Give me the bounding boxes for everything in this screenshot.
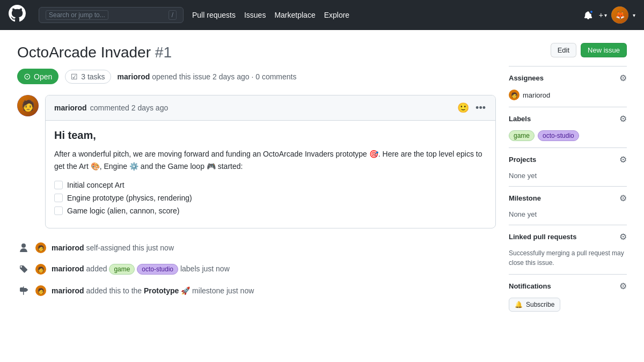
- task-label-1: Initial concept Art: [67, 181, 125, 189]
- issue-number: #1: [155, 44, 172, 61]
- linked-pr-text: Successfully merging a pull request may …: [509, 248, 627, 268]
- comment-header-right: 🙂 •••: [456, 101, 487, 115]
- milestone-header: Milestone ⚙: [509, 193, 627, 205]
- activity-item-1: 🧑 mariorod self-assigned this just now: [17, 237, 496, 258]
- comment-content: Hi team, After a wonderful pitch, we are…: [46, 121, 495, 228]
- navbar-marketplace[interactable]: Marketplace: [274, 11, 315, 19]
- comment-header-left: mariorod commented 2 days ago: [54, 104, 168, 112]
- navbar-issues[interactable]: Issues: [244, 11, 266, 19]
- new-issue-button[interactable]: New issue: [581, 43, 627, 57]
- plus-chevron: ▾: [604, 12, 607, 18]
- avatar-chevron: ▾: [633, 12, 635, 18]
- comment-header: mariorod commented 2 days ago 🙂 •••: [46, 95, 495, 121]
- create-button[interactable]: + ▾: [599, 11, 607, 19]
- emoji-button[interactable]: 🙂: [456, 101, 470, 115]
- activity-avatar-3: 🧑: [35, 285, 46, 296]
- projects-header: Projects ⚙: [509, 154, 627, 167]
- search-bar[interactable]: Search or jump to... /: [39, 7, 184, 23]
- assignee-avatar: 🧑: [509, 90, 519, 100]
- comment-box: 🧑 mariorod commented 2 days ago 🙂 ••: [17, 95, 496, 228]
- tag-icon: [17, 263, 30, 276]
- left-panel: OctoArcade Invader #1 ⊙ Open ☑ 3 tasks m…: [17, 43, 496, 349]
- task-item-3: Game logic (alien, cannon, score): [54, 206, 487, 215]
- user-avatar-button[interactable]: 🦊: [611, 6, 628, 24]
- top-actions: Edit New issue: [509, 43, 627, 57]
- notifications-label: Notifications: [509, 282, 551, 290]
- task-checkbox-2[interactable]: [54, 194, 63, 202]
- activity-item-3: 🧑 mariorod added this to the Prototype 🚀…: [17, 280, 496, 301]
- projects-label: Projects: [509, 156, 536, 164]
- user-avatar: 🦊: [611, 6, 628, 24]
- tasks-count: 3 tasks: [81, 72, 105, 81]
- plus-icon: +: [599, 11, 603, 19]
- projects-value: None yet: [509, 172, 537, 180]
- comment-body-text: After a wonderful pitch, we are moving f…: [54, 148, 487, 172]
- milestone-value: None yet: [509, 210, 537, 218]
- subscribe-button[interactable]: 🔔 Subscribe: [509, 298, 560, 312]
- commenter-avatar: 🧑: [17, 95, 39, 116]
- assignee-row: 🧑 mariorod: [509, 90, 627, 100]
- projects-gear[interactable]: ⚙: [619, 154, 627, 165]
- comment-body: mariorod commented 2 days ago 🙂 ••• Hi t…: [45, 95, 496, 228]
- more-options-button[interactable]: •••: [474, 101, 487, 115]
- activity-text-3: mariorod added this to the Prototype 🚀 m…: [52, 286, 254, 295]
- github-logo[interactable]: [9, 5, 26, 25]
- search-shortcut: /: [169, 10, 177, 20]
- comment-action-time: commented 2 days ago: [90, 104, 169, 112]
- activity-section: 🧑 mariorod self-assigned this just now 🧑…: [17, 237, 496, 301]
- notifications-section: Notifications ⚙ 🔔 Subscribe: [509, 274, 627, 318]
- linked-pr-section: Linked pull requests ⚙ Successfully merg…: [509, 225, 627, 274]
- label-octo-studio: octo-studio: [137, 264, 178, 275]
- sidebar-label-octo-studio: octo-studio: [538, 130, 579, 141]
- assignees-label: Assignees: [509, 74, 544, 82]
- navbar-pull-requests[interactable]: Pull requests: [192, 11, 236, 19]
- comment-heading: Hi team,: [54, 129, 487, 142]
- linked-pr-gear[interactable]: ⚙: [619, 232, 627, 242]
- person-icon: [17, 241, 30, 254]
- milestone-icon: [17, 284, 30, 297]
- issue-meta: ⊙ Open ☑ 3 tasks mariorod opened this is…: [17, 69, 496, 84]
- activity-avatar-2: 🧑: [35, 264, 46, 275]
- activity-text-1: mariorod self-assigned this just now: [52, 243, 174, 252]
- navbar: Search or jump to... / Pull requests Iss…: [0, 0, 644, 30]
- issue-title: OctoArcade Invader #1: [17, 43, 496, 62]
- linked-pr-header: Linked pull requests ⚙: [509, 232, 627, 244]
- notification-dot: [589, 10, 594, 14]
- main-content: OctoArcade Invader #1 ⊙ Open ☑ 3 tasks m…: [0, 30, 644, 362]
- activity-text-2: mariorod added game octo-studio labels j…: [52, 264, 230, 275]
- assignees-gear[interactable]: ⚙: [619, 73, 627, 83]
- assignees-section: Assignees ⚙ 🧑 mariorod: [509, 66, 627, 107]
- activity-avatar-1: 🧑: [35, 242, 46, 253]
- tasks-badge: ☑ 3 tasks: [65, 70, 111, 84]
- issue-author: mariorod: [118, 72, 150, 81]
- task-item-1: Initial concept Art: [54, 181, 487, 189]
- bell-icon: 🔔: [515, 301, 523, 308]
- issue-comments-count: 0 comments: [255, 72, 296, 81]
- assignees-header: Assignees ⚙: [509, 73, 627, 85]
- assignee-name: mariorod: [523, 91, 550, 99]
- milestone-gear[interactable]: ⚙: [619, 193, 627, 203]
- projects-section: Projects ⚙ None yet: [509, 147, 627, 186]
- edit-button[interactable]: Edit: [551, 43, 576, 57]
- open-icon: ⊙: [24, 71, 31, 82]
- labels-row: game octo-studio: [509, 130, 627, 141]
- status-text: Open: [34, 72, 52, 81]
- notifications-gear[interactable]: ⚙: [619, 281, 627, 291]
- comment-author: mariorod: [54, 104, 87, 112]
- navbar-explore[interactable]: Explore: [324, 11, 349, 19]
- notifications-button[interactable]: [582, 9, 595, 21]
- task-label-2: Engine prototype (physics, rendering): [67, 194, 192, 202]
- issue-time: 2 days ago: [213, 72, 250, 81]
- right-sidebar: Edit New issue Assignees ⚙ 🧑 mariorod La…: [509, 43, 627, 349]
- labels-section: Labels ⚙ game octo-studio: [509, 107, 627, 147]
- task-checkbox-1[interactable]: [54, 181, 63, 189]
- issue-meta-text: mariorod opened this issue 2 days ago · …: [118, 72, 297, 81]
- labels-gear[interactable]: ⚙: [619, 114, 627, 124]
- subscribe-label: Subscribe: [526, 301, 554, 308]
- task-checkbox-3[interactable]: [54, 206, 63, 215]
- labels-label: Labels: [509, 115, 531, 123]
- notifications-header: Notifications ⚙: [509, 281, 627, 293]
- task-list: Initial concept Art Engine prototype (ph…: [54, 181, 487, 215]
- issue-title-text: OctoArcade Invader: [17, 44, 151, 61]
- task-label-3: Game logic (alien, cannon, score): [67, 206, 179, 215]
